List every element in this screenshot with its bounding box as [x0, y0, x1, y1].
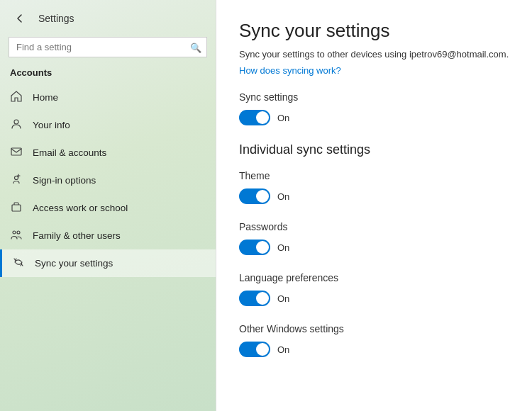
family-icon: [10, 229, 23, 242]
language-label: Language preferences: [239, 272, 509, 283]
other-windows-toggle[interactable]: [239, 342, 270, 357]
sidebar-item-access-work-label: Access work or school: [33, 203, 128, 213]
passwords-toggle-row: On: [239, 240, 509, 255]
language-setting: Language preferences On: [239, 272, 509, 306]
language-toggle[interactable]: [239, 291, 270, 306]
sidebar: Settings 🔍 Accounts Home Your info: [0, 0, 216, 411]
sync-toggle[interactable]: [239, 110, 270, 125]
main-content: Sync your settings Sync your settings to…: [216, 0, 532, 411]
theme-toggle-label: On: [277, 191, 289, 202]
sidebar-item-your-info-label: Your info: [33, 120, 70, 130]
page-title: Sync your settings: [239, 20, 509, 42]
sidebar-item-family-label: Family & other users: [33, 230, 121, 241]
svg-rect-3: [12, 205, 21, 211]
sidebar-item-family[interactable]: Family & other users: [0, 222, 216, 249]
svg-point-5: [17, 231, 20, 234]
passwords-setting: Passwords On: [239, 221, 509, 255]
language-toggle-row: On: [239, 291, 509, 306]
sidebar-item-sync[interactable]: Sync your settings: [0, 249, 216, 277]
svg-point-2: [15, 176, 18, 180]
other-windows-label: Other Windows settings: [239, 323, 509, 334]
sync-toggle-label: On: [277, 113, 289, 123]
search-icon: 🔍: [190, 42, 201, 52]
theme-setting: Theme On: [239, 170, 509, 204]
other-windows-toggle-row: On: [239, 342, 509, 357]
sync-toggle-row: On: [239, 110, 509, 125]
theme-toggle[interactable]: [239, 188, 270, 204]
sidebar-item-sync-label: Sync your settings: [35, 258, 113, 269]
language-toggle-label: On: [277, 293, 289, 304]
sidebar-item-home-label: Home: [33, 92, 58, 103]
sync-icon: [12, 257, 25, 270]
sidebar-item-sign-in[interactable]: Sign-in options: [0, 167, 216, 194]
how-syncing-works-link[interactable]: How does syncing work?: [239, 65, 341, 76]
passwords-label: Passwords: [239, 221, 509, 232]
svg-point-0: [14, 120, 18, 124]
sidebar-item-your-info[interactable]: Your info: [0, 111, 216, 139]
sync-settings-section: Sync settings On: [239, 91, 509, 125]
sidebar-item-home[interactable]: Home: [0, 84, 216, 111]
email-icon: [10, 146, 23, 159]
access-work-icon: [10, 201, 23, 215]
subtitle: Sync your settings to other devices usin…: [239, 49, 509, 60]
sync-settings-label: Sync settings: [239, 91, 509, 103]
back-button[interactable]: [10, 9, 30, 28]
sidebar-item-sign-in-label: Sign-in options: [33, 175, 96, 186]
other-windows-toggle-label: On: [277, 344, 289, 355]
search-box: 🔍: [9, 37, 207, 57]
passwords-toggle[interactable]: [239, 240, 270, 255]
your-info-icon: [10, 118, 23, 132]
app-title: Settings: [38, 13, 74, 24]
theme-toggle-row: On: [239, 188, 509, 204]
svg-point-4: [13, 231, 16, 234]
other-windows-setting: Other Windows settings On: [239, 323, 509, 357]
individual-sync-title: Individual sync settings: [239, 142, 509, 157]
home-icon: [10, 91, 23, 104]
svg-rect-1: [11, 148, 21, 155]
sidebar-item-email-label: Email & accounts: [33, 147, 106, 158]
accounts-section-label: Accounts: [0, 64, 216, 84]
passwords-toggle-label: On: [277, 242, 289, 253]
sidebar-item-access-work[interactable]: Access work or school: [0, 194, 216, 222]
titlebar: Settings: [0, 0, 216, 34]
theme-label: Theme: [239, 170, 509, 181]
sign-in-icon: [10, 174, 23, 187]
search-input[interactable]: [9, 37, 207, 57]
sidebar-item-email-accounts[interactable]: Email & accounts: [0, 139, 216, 167]
